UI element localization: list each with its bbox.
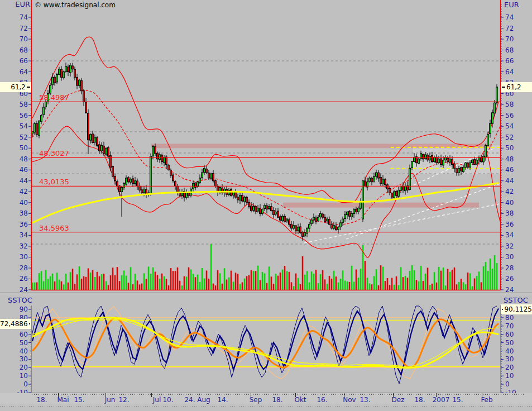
volume-bar [210,244,212,290]
candle-body [155,147,156,154]
candle-body [266,206,268,209]
month-tick [436,393,437,397]
x-axis-label: Sep [250,396,262,404]
volume-bar [449,272,451,290]
candle-body [242,195,243,201]
volume-bar [54,281,56,290]
volume-bar [398,285,400,290]
volume-bar [39,273,40,290]
volume-bar [447,269,449,290]
candle-body [436,157,438,163]
price-tick-label-right: 26 [505,275,514,283]
band-upper [32,37,499,203]
price-tick-label-left: 48 [0,155,28,163]
candle-body [273,211,275,215]
price-tick-label-left: 28 [0,264,28,272]
price-tick-label-right: 50 [505,144,514,152]
candle-body [380,178,382,184]
volume-bar [65,274,67,290]
volume-bar [68,283,69,290]
candle-body [269,207,270,209]
candle-body [342,219,344,222]
x-axis-label: 12. [118,396,129,404]
candle-body [391,193,393,197]
volume-bar [94,277,96,290]
price-tick-label-left: 74 [0,13,28,21]
candle-body [295,226,297,231]
volume-bar [487,271,489,290]
price-tick-label-left: 38 [0,209,28,217]
volume-bar [387,278,389,290]
volume-bar [356,270,357,290]
stoch-tick-label-left: 40 [0,347,28,355]
volume-bar [465,284,467,290]
volume-bar [342,270,344,290]
candle-body [490,123,491,133]
volume-bar [463,282,464,290]
month-tick [251,393,251,397]
volume-bar [425,274,426,290]
candle-body [280,217,281,220]
volume-bar [119,281,121,290]
x-axis-label: Okt [294,396,306,404]
candle-body [492,113,493,123]
stoch-tick-label-left: 90 [0,305,28,313]
level-label: 34,5963 [39,224,69,232]
volume-bar [411,265,413,290]
volume-bar [476,276,478,290]
candle-body [465,163,467,168]
candle-body [70,65,71,73]
candle-body [376,173,377,176]
volume-bar [36,282,38,290]
volume-bar [402,277,404,290]
candle-body [275,212,277,214]
volume-bar [164,276,165,290]
volume-bar [188,267,190,290]
candle-body [298,227,299,231]
candle-body [485,145,487,157]
volume-bar [458,282,460,290]
month-tick [151,393,152,397]
candle-body [59,69,60,75]
volume-bar [199,282,201,290]
candle-body [94,137,96,142]
candle-body [97,138,98,146]
volume-bar [106,281,107,290]
bottom-edge-ticks [0,406,532,407]
volume-bar [215,285,217,290]
candle-body [432,156,433,162]
volume-bar [481,282,482,290]
volume-bar [79,266,80,290]
candle-body [251,206,252,211]
stoch-tick-label-right: 50 [505,339,514,347]
price-tick-label-left: 72 [0,25,28,32]
volume-bar [83,276,85,290]
candle-body [79,80,80,85]
candle-body [215,181,217,187]
price-tick-label-left: 54 [0,122,28,130]
price-tick-label-right: 44 [505,177,514,185]
candle-body [277,211,279,217]
candle-body [126,178,127,184]
volume-bar [208,279,210,290]
candle-body [340,223,342,227]
volume-bar [63,284,65,290]
chart-canvas[interactable]: 58,498748,302743,013534,5963 [0,0,532,411]
volume-bar [262,272,263,290]
candle-body [338,227,339,230]
price-tick-label-right: 34 [505,231,514,239]
volume-bar [141,284,143,290]
volume-bar [150,274,152,290]
candle-body [351,213,353,217]
price-tick-label-left: 66 [0,57,28,65]
volume-bar [166,279,167,290]
x-axis-label: 15. [74,396,84,404]
candle-body [72,66,74,69]
volume-bar [103,274,105,290]
volume-bar [159,279,161,290]
candle-body [454,164,456,168]
candle-body [302,232,304,237]
price-tick-label-left: 64 [0,68,28,76]
x-axis-label: Mai [57,396,69,404]
tradesignal-chart-window: 58,498748,302743,013534,5963 74747272707… [0,0,532,411]
